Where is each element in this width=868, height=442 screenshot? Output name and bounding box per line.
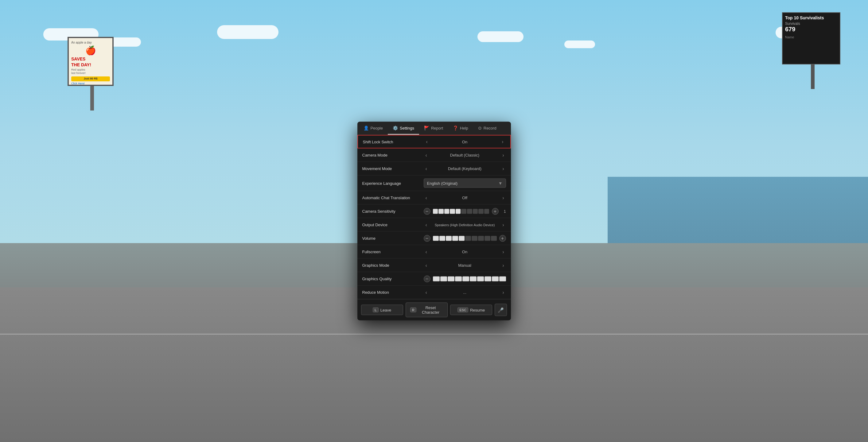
setting-fullscreen: Fullscreen ‹ On › bbox=[358, 245, 511, 259]
vol-seg-2 bbox=[439, 236, 445, 241]
graphics-mode-value: Manual bbox=[431, 263, 498, 267]
volume-track bbox=[433, 236, 497, 241]
billboard-right: Top 10 Survivalists Survivals 679 Name bbox=[782, 12, 843, 86]
volume-increase[interactable]: + bbox=[499, 235, 506, 242]
tab-record[interactable]: ⊙ Record bbox=[473, 122, 501, 135]
language-dropdown[interactable]: English (Original) ▼ bbox=[424, 179, 506, 188]
graphics-mode-next[interactable]: › bbox=[500, 262, 506, 268]
tab-report-label: Report bbox=[431, 126, 443, 130]
movement-mode-prev[interactable]: ‹ bbox=[424, 165, 429, 171]
seg-8 bbox=[473, 209, 478, 214]
billboard-sign-right: Top 10 Survivalists Survivals 679 Name bbox=[782, 12, 840, 64]
billboard-left: An apple a day 🍎 SAVES THE DAY! Red appl… bbox=[67, 37, 117, 98]
resume-button[interactable]: ESC Resume bbox=[450, 305, 492, 315]
language-value: English (Original) bbox=[427, 181, 458, 185]
gq-seg-9 bbox=[492, 276, 499, 281]
setting-volume-control: − + bbox=[424, 235, 506, 242]
setting-movement-mode-label: Movement Mode bbox=[362, 166, 424, 171]
shift-lock-next[interactable]: › bbox=[500, 139, 505, 145]
output-device-prev[interactable]: ‹ bbox=[424, 222, 429, 228]
reduce-motion-prev[interactable]: ‹ bbox=[424, 289, 429, 295]
vol-seg-8 bbox=[478, 236, 484, 241]
camera-mode-prev[interactable]: ‹ bbox=[424, 152, 429, 158]
seg-9 bbox=[478, 209, 484, 214]
tab-settings[interactable]: ⚙️ Settings bbox=[388, 122, 419, 135]
gq-seg-4 bbox=[455, 276, 462, 281]
tab-help[interactable]: ❓ Help bbox=[448, 122, 473, 135]
setting-chat-translation-label: Automatic Chat Translation bbox=[362, 195, 424, 200]
camera-sensitivity-track bbox=[433, 209, 489, 214]
setting-camera-sensitivity: Camera Sensitivity − + 1 bbox=[358, 205, 511, 218]
reduce-motion-next[interactable]: › bbox=[500, 289, 506, 295]
seg-3 bbox=[444, 209, 450, 214]
setting-graphics-mode-label: Graphics Mode bbox=[362, 263, 424, 267]
billboard-price: Just 80 R$ bbox=[71, 76, 110, 81]
setting-camera-sensitivity-label: Camera Sensitivity bbox=[362, 209, 424, 214]
camera-sensitivity-increase[interactable]: + bbox=[492, 208, 499, 215]
setting-shift-lock-control: ‹ On › bbox=[424, 139, 505, 145]
billboard-post-left bbox=[90, 86, 94, 110]
resume-label: Resume bbox=[470, 308, 485, 312]
gq-seg-3 bbox=[448, 276, 455, 281]
settings-icon: ⚙️ bbox=[393, 126, 398, 130]
gq-seg-10 bbox=[499, 276, 506, 281]
setting-reduce-motion-label: Reduce Motion bbox=[362, 290, 424, 295]
output-device-next[interactable]: › bbox=[500, 222, 506, 228]
bottom-bar: L Leave R Reset Character ESC Resume 🎤 bbox=[358, 299, 511, 320]
shift-lock-prev[interactable]: ‹ bbox=[424, 139, 430, 145]
vol-seg-4 bbox=[452, 236, 458, 241]
output-device-value: Speakers (High Definition Audio Device) bbox=[431, 223, 498, 226]
chat-translation-next[interactable]: › bbox=[500, 195, 506, 201]
billboard-post-right bbox=[811, 64, 814, 89]
shift-lock-value: On bbox=[432, 139, 497, 144]
tab-people[interactable]: 👤 People bbox=[359, 122, 388, 135]
settings-dialog: 👤 People ⚙️ Settings 🚩 Report ❓ Help ⊙ R… bbox=[358, 122, 511, 320]
vol-seg-7 bbox=[472, 236, 477, 241]
seg-1 bbox=[433, 209, 438, 214]
graphics-mode-prev[interactable]: ‹ bbox=[424, 262, 429, 268]
billboard-saves: SAVES bbox=[71, 56, 110, 62]
leave-button[interactable]: L Leave bbox=[361, 305, 403, 315]
setting-chat-translation-control: ‹ Off › bbox=[424, 195, 506, 201]
dropdown-arrow-icon: ▼ bbox=[498, 181, 503, 186]
mic-button[interactable]: 🎤 bbox=[495, 304, 507, 316]
road-line bbox=[0, 334, 868, 335]
reset-character-button[interactable]: R Reset Character bbox=[406, 303, 448, 317]
setting-reduce-motion: Reduce Motion ‹ ... › bbox=[358, 286, 511, 299]
billboard-right-title: Top 10 Survivalists bbox=[785, 15, 837, 20]
setting-shift-lock: Shift Lock Switch ‹ On › bbox=[358, 135, 511, 149]
movement-mode-next[interactable]: › bbox=[500, 165, 506, 171]
settings-content: Shift Lock Switch ‹ On › Camera Mode ‹ D… bbox=[358, 135, 511, 299]
cloud-4 bbox=[477, 31, 524, 42]
setting-camera-mode-control: ‹ Default (Classic) › bbox=[424, 152, 506, 158]
chat-translation-prev[interactable]: ‹ bbox=[424, 195, 429, 201]
setting-graphics-quality: Graphics Quality − bbox=[358, 272, 511, 286]
vol-seg-6 bbox=[465, 236, 471, 241]
people-icon: 👤 bbox=[364, 126, 369, 130]
vol-seg-9 bbox=[485, 236, 490, 241]
setting-experience-language: Experience Language English (Original) ▼ bbox=[358, 176, 511, 191]
fullscreen-next[interactable]: › bbox=[500, 249, 506, 255]
setting-camera-mode: Camera Mode ‹ Default (Classic) › bbox=[358, 149, 511, 162]
seg-5 bbox=[456, 209, 461, 214]
seg-4 bbox=[450, 209, 455, 214]
setting-movement-mode-control: ‹ Default (Keyboard) › bbox=[424, 165, 506, 171]
seg-7 bbox=[467, 209, 472, 214]
reduce-motion-value: ... bbox=[431, 290, 498, 295]
gq-seg-6 bbox=[470, 276, 476, 281]
billboard-text-1: An apple a day 🍎 SAVES THE DAY! Red appl… bbox=[71, 40, 110, 86]
setting-volume: Volume − + bbox=[358, 232, 511, 245]
tab-bar: 👤 People ⚙️ Settings 🚩 Report ❓ Help ⊙ R… bbox=[358, 122, 511, 135]
tab-report[interactable]: 🚩 Report bbox=[419, 122, 448, 135]
vol-seg-5 bbox=[459, 236, 465, 241]
setting-camera-mode-label: Camera Mode bbox=[362, 153, 424, 157]
volume-decrease[interactable]: − bbox=[424, 235, 431, 242]
setting-graphics-mode: Graphics Mode ‹ Manual › bbox=[358, 259, 511, 272]
setting-fullscreen-label: Fullscreen bbox=[362, 250, 424, 254]
fullscreen-prev[interactable]: ‹ bbox=[424, 249, 429, 255]
camera-mode-next[interactable]: › bbox=[500, 152, 506, 158]
camera-sensitivity-decrease[interactable]: − bbox=[424, 208, 431, 215]
setting-fullscreen-control: ‹ On › bbox=[424, 249, 506, 255]
leave-label: Leave bbox=[380, 308, 391, 312]
graphics-quality-decrease[interactable]: − bbox=[424, 275, 431, 282]
